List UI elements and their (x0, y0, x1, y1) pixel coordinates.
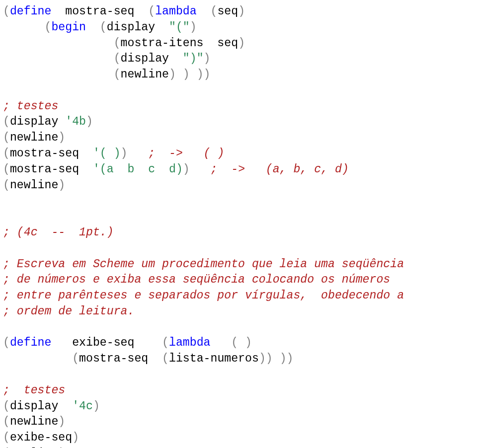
comment: ; (4c -- 1pt.) (3, 226, 114, 239)
space (155, 21, 169, 34)
space (210, 336, 231, 349)
identifier: newline (10, 415, 58, 428)
space (169, 52, 183, 65)
paren: ( (148, 5, 155, 18)
paren: ( (3, 415, 10, 428)
identifier: display (107, 21, 155, 34)
indent (3, 21, 45, 34)
space (58, 115, 65, 128)
comment: ; Escreva em Scheme um procedimento que … (3, 258, 404, 271)
identifier: display (10, 400, 58, 413)
identifier: seq (217, 5, 238, 18)
comment: ; -> (a, b, c, d) (211, 163, 349, 176)
paren: ) (72, 431, 79, 444)
identifier: display (10, 115, 58, 128)
paren: ( (3, 147, 10, 160)
space (79, 147, 93, 160)
keyword-lambda: lambda (155, 5, 197, 18)
identifier: mostra-seq (51, 5, 148, 18)
paren: ( (3, 115, 10, 128)
identifier: display (121, 52, 169, 65)
space (148, 352, 162, 365)
indent (3, 37, 114, 50)
space (197, 5, 211, 18)
code-block: (define mostra-seq (lambda (seq) (begin … (0, 0, 477, 448)
paren: ) (93, 400, 100, 413)
paren: ) (190, 21, 197, 34)
identifier: newline (121, 68, 169, 81)
quoted-literal: '(a b c d) (93, 163, 183, 176)
comment: ; testes (3, 100, 58, 113)
paren: ( (3, 5, 10, 18)
paren: ) (183, 163, 211, 176)
comment: ; ordem de leitura. (3, 305, 134, 318)
indent (3, 352, 72, 365)
keyword-define: define (10, 5, 52, 18)
paren: ( (72, 352, 79, 365)
indent (3, 68, 114, 81)
paren: ( (162, 336, 169, 349)
identifier: exibe-seq (10, 431, 72, 444)
identifier: mostra-seq (10, 163, 79, 176)
paren: ( (211, 5, 218, 18)
paren: )) )) (259, 352, 294, 365)
space (58, 400, 72, 413)
keyword-lambda: lambda (169, 336, 211, 349)
identifier: mostra-seq (79, 352, 148, 365)
keyword-define: define (10, 336, 52, 349)
paren: ( (114, 68, 121, 81)
paren: ( (114, 37, 121, 50)
identifier: lista-numeros (169, 352, 259, 365)
paren: ) (238, 5, 245, 18)
paren: ( (3, 336, 10, 349)
paren: ( (100, 21, 107, 34)
paren: ) (204, 52, 211, 65)
comment: ; -> ( ) (148, 147, 224, 160)
paren: ( (3, 131, 10, 144)
identifier: newline (10, 179, 58, 192)
identifier: newline (10, 131, 58, 144)
paren: ) (58, 131, 65, 144)
paren: ( (3, 179, 10, 192)
comment: ; de números e exiba essa seqüência colo… (3, 273, 390, 286)
indent (3, 52, 114, 65)
paren: ) (86, 115, 93, 128)
identifier: exibe-seq (51, 336, 162, 349)
quoted-literal: '( ) (93, 147, 121, 160)
paren: ( (3, 400, 10, 413)
paren: ) (121, 147, 149, 160)
paren: ) ) )) (169, 68, 211, 81)
paren: ) (58, 179, 65, 192)
quoted-literal: '4c (72, 400, 93, 413)
identifier: mostra-itens seq (121, 37, 238, 50)
comment: ; testes (3, 384, 65, 397)
string-literal: ")" (183, 52, 204, 65)
space (79, 163, 93, 176)
paren: ( (114, 52, 121, 65)
identifier: mostra-seq (10, 147, 79, 160)
quoted-literal: '4b (65, 115, 86, 128)
string-literal: "(" (169, 21, 190, 34)
paren: ) (238, 37, 245, 50)
paren: ( (3, 431, 10, 444)
paren: ( (45, 21, 52, 34)
paren: ( (3, 163, 10, 176)
paren: ( (162, 352, 169, 365)
paren: ) (58, 415, 65, 428)
space (86, 21, 100, 34)
paren: ( ) (231, 336, 252, 349)
keyword-begin: begin (51, 21, 86, 34)
comment: ; entre parênteses e separados por vírgu… (3, 289, 404, 302)
